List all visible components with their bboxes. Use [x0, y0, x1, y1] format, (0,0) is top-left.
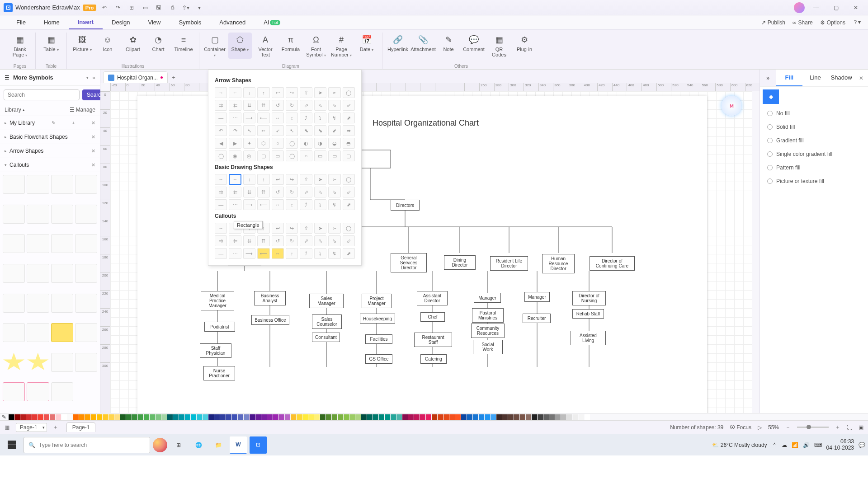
close-format-panel[interactable]: ✕	[854, 70, 868, 86]
color-swatch[interactable]	[332, 414, 337, 420]
color-swatch[interactable]	[103, 414, 108, 420]
shape-item[interactable]: ⇧	[300, 174, 312, 185]
callout-shape[interactable]	[75, 205, 97, 224]
shape-item[interactable]: ⬁	[314, 235, 326, 246]
maximize-button[interactable]: ▢	[827, 1, 844, 14]
color-swatch[interactable]	[561, 414, 566, 420]
fill-icon[interactable]: ◆	[763, 89, 779, 104]
org-node-fac[interactable]: Facilities	[365, 334, 392, 344]
shape-item[interactable]: —	[215, 248, 227, 259]
shape-item[interactable]: ➣	[328, 223, 340, 234]
color-swatch[interactable]	[538, 414, 543, 420]
shape-item[interactable]: ◑	[314, 138, 326, 149]
color-swatch[interactable]	[408, 414, 414, 420]
color-swatch[interactable]	[255, 414, 261, 420]
shape-item[interactable]: ⬋	[328, 125, 340, 136]
mylib-close-icon[interactable]: ✕	[91, 120, 95, 126]
shape-item[interactable]: ▢	[257, 150, 269, 161]
org-node-pm[interactable]: ProjectManager	[362, 294, 392, 308]
hamburger-icon[interactable]: ☰	[5, 75, 9, 81]
tab-line[interactable]: Line	[802, 70, 829, 86]
color-swatch[interactable]	[496, 414, 502, 420]
color-swatch[interactable]	[379, 414, 384, 420]
task-view-icon[interactable]: ⊞	[170, 436, 187, 454]
callout-shape[interactable]	[51, 382, 73, 401]
shape-item[interactable]: ⬈	[343, 113, 355, 123]
callout-shape[interactable]	[51, 234, 73, 253]
shape-item[interactable]: ○	[300, 150, 312, 161]
color-swatch[interactable]	[349, 414, 355, 420]
org-node-cr[interactable]: CommunityResources	[471, 324, 505, 338]
fit-page-icon[interactable]: ⛶	[847, 424, 852, 431]
shape-item[interactable]: ➶	[272, 125, 284, 136]
shape-item[interactable]: ↶	[215, 125, 227, 136]
zoom-out-button[interactable]: －	[785, 423, 791, 431]
ribbon-plugin[interactable]: ⚙Plug-in	[513, 33, 536, 59]
shape-item[interactable]: ⇈	[257, 100, 269, 111]
shape-item[interactable]: ⤴	[300, 113, 312, 123]
shape-item[interactable]: ⤵	[314, 199, 326, 210]
taskbar-clock[interactable]: 06:3304-10-2023	[826, 439, 854, 451]
shape-item[interactable]: ↺	[272, 100, 284, 111]
org-node-cons[interactable]: Consultant	[312, 333, 340, 342]
org-node-sales[interactable]: Sales Manager	[309, 294, 344, 308]
color-swatch[interactable]	[585, 414, 590, 420]
callout-shape[interactable]	[27, 294, 49, 313]
shape-item[interactable]: →	[215, 223, 227, 234]
qat-more-icon[interactable]: ▾	[194, 2, 205, 13]
callout-shape[interactable]	[27, 382, 49, 401]
shape-item[interactable]: ↩	[272, 87, 284, 98]
shape-item[interactable]: ↯	[328, 248, 340, 259]
color-swatch[interactable]	[226, 414, 231, 420]
color-swatch[interactable]	[185, 414, 190, 420]
color-swatch[interactable]	[514, 414, 519, 420]
color-swatch[interactable]	[244, 414, 249, 420]
shape-item[interactable]: ⬀	[300, 235, 312, 246]
color-swatch[interactable]	[44, 414, 49, 420]
color-swatch[interactable]	[79, 414, 85, 420]
shape-item[interactable]: ⟶	[243, 113, 255, 123]
org-node-mgr2[interactable]: Manager	[524, 292, 550, 302]
shape-item[interactable]: ⇈	[257, 187, 269, 197]
ribbon-blank-page[interactable]: ▦BlankPage ▾	[8, 33, 32, 59]
color-swatch[interactable]	[391, 414, 396, 420]
color-swatch[interactable]	[555, 414, 561, 420]
shape-item[interactable]: ⇊	[243, 235, 255, 246]
org-node-pod[interactable]: Podiatrist	[204, 322, 235, 332]
color-swatch[interactable]	[232, 414, 237, 420]
callout-shape[interactable]	[27, 175, 49, 194]
color-swatch[interactable]	[267, 414, 273, 420]
menu-symbols[interactable]: Symbols	[170, 15, 210, 29]
collapse-panel-icon[interactable]: «	[92, 75, 95, 81]
color-swatch[interactable]	[238, 414, 243, 420]
shape-item[interactable]: ↔	[272, 248, 284, 259]
color-swatch[interactable]	[20, 414, 26, 420]
outline-toggle-icon[interactable]: ▥	[5, 424, 9, 431]
document-tab[interactable]: Hospital Organ...	[103, 71, 168, 83]
focus-toggle[interactable]: ⦿ Focus	[730, 424, 751, 431]
shape-item[interactable]: ↑	[257, 87, 269, 98]
ribbon-formula[interactable]: πFormula	[279, 33, 302, 59]
callout-shape[interactable]	[27, 205, 49, 224]
edrawmax-taskbar-icon[interactable]: ⊡	[250, 436, 267, 454]
color-swatch[interactable]	[250, 414, 255, 420]
shape-item[interactable]: ◐	[300, 138, 312, 149]
color-swatch[interactable]	[396, 414, 402, 420]
shape-item[interactable]: ◀	[215, 138, 227, 149]
minimize-button[interactable]: —	[807, 1, 825, 14]
shape-item[interactable]: ⇧	[300, 87, 312, 98]
shape-item[interactable]: ↪	[286, 174, 298, 185]
color-swatch[interactable]	[461, 414, 467, 420]
fill-option[interactable]: Pattern fill	[760, 161, 868, 174]
shape-item[interactable]: ⇊	[243, 187, 255, 197]
ribbon-timeline[interactable]: ≡Timeline	[172, 33, 195, 59]
org-node-chef[interactable]: Chef	[420, 312, 445, 322]
org-node-ad[interactable]: AssistantDirector	[417, 291, 448, 305]
taskbar-search[interactable]: 🔍 Type here to search	[24, 437, 150, 453]
fill-option[interactable]: Solid fill	[760, 120, 868, 134]
shape-item[interactable]: ⇈	[257, 235, 269, 246]
ribbon-chart[interactable]: ◔Chart	[146, 33, 170, 59]
shape-item[interactable]: ⬈	[343, 248, 355, 259]
callout-shape[interactable]	[51, 294, 73, 313]
shape-item[interactable]: ⬈	[343, 199, 355, 210]
